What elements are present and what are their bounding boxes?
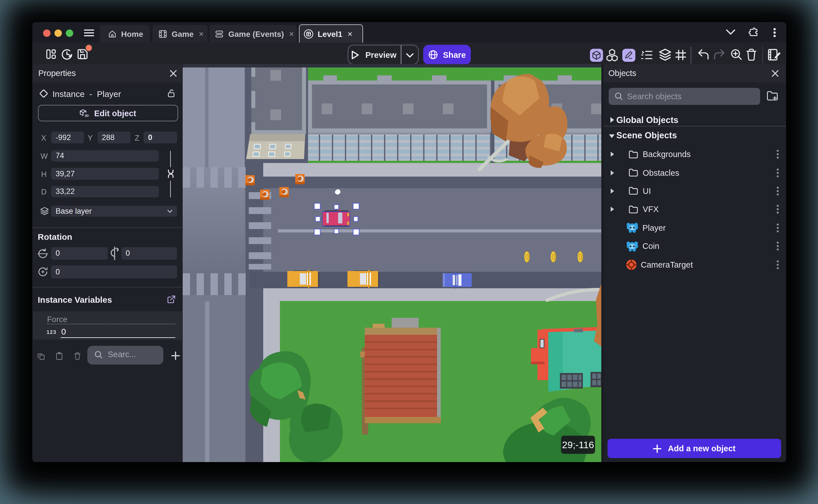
- svg-text:29;-116: 29;-116: [562, 439, 594, 450]
- svg-text:3D: 3D: [84, 114, 88, 117]
